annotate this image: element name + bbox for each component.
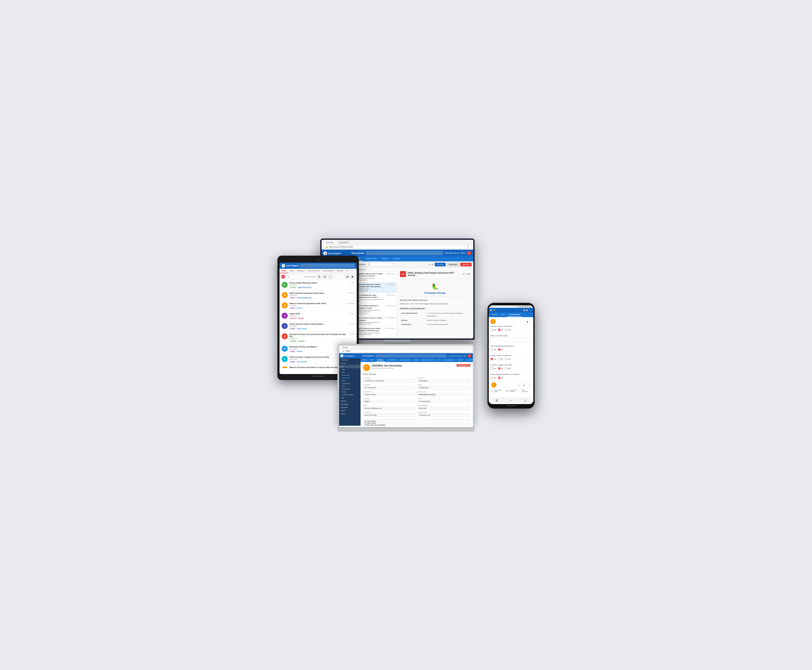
laptop-sidebar-timesheet[interactable]: Timesheet bbox=[339, 359, 361, 362]
laptop-sidebar-accounting[interactable]: Accounting bbox=[339, 374, 361, 377]
tablet-tab-details[interactable]: DETAILS bbox=[295, 269, 306, 273]
more-options-icon-btn[interactable]: ⋮ bbox=[527, 383, 531, 387]
tablet-tab-new[interactable]: NEW bbox=[288, 269, 295, 273]
laptop-tab-notes[interactable]: NOTES bbox=[412, 359, 420, 362]
laptop-sidebar-banking[interactable]: Banking bbox=[339, 399, 361, 403]
phone-radio-na-4[interactable]: N/a bbox=[505, 358, 510, 360]
laptop-address-field[interactable]: Jim Hernandez 57 Swan Street Gordon Park… bbox=[363, 419, 470, 426]
chevron-up-icon-btn[interactable]: ▲ bbox=[522, 383, 526, 387]
phone-radio-no-6[interactable]: No bbox=[498, 377, 503, 379]
remove-button[interactable]: REMOVE bbox=[460, 263, 472, 266]
forward-icon[interactable]: ▶ bbox=[526, 309, 528, 311]
laptop-tab-estate[interactable]: ESTATE bbox=[456, 359, 465, 362]
laptop-tab-relationship[interactable]: RELATIONSHIP bbox=[420, 359, 435, 362]
matter-item[interactable]: E Emery Estate Planning Advice 20220006 … bbox=[280, 280, 357, 290]
upload-button[interactable]: UPLOAD bbox=[435, 263, 446, 266]
phone-radio-no-4[interactable]: No bbox=[498, 358, 503, 360]
tablet-tab-notes[interactable]: NOTES bbox=[336, 269, 345, 273]
field-value[interactable]: HernandezWill bbox=[418, 400, 470, 403]
field-value[interactable]: jeremy113@gmail.com bbox=[363, 407, 416, 410]
laptop-sidebar-interested-parties[interactable]: Interested Parties bbox=[339, 393, 361, 396]
field-value[interactable]: Estate Planning bbox=[363, 413, 416, 417]
tab-trash[interactable]: TRASH bbox=[379, 257, 391, 261]
tablet-home-bar[interactable] bbox=[312, 376, 324, 377]
phone-radio-no-5[interactable]: No bbox=[498, 367, 503, 370]
tablet-grid-toggle[interactable]: ⊞ bbox=[322, 274, 327, 279]
laptop-sidebar-report[interactable]: Report bbox=[339, 412, 361, 415]
tablet-toolbar-search[interactable] bbox=[286, 275, 303, 278]
laptop-tab-new[interactable]: NEW bbox=[368, 359, 375, 362]
laptop-search-input[interactable] bbox=[375, 355, 446, 357]
phone-radio-na-5[interactable]: N/a bbox=[505, 367, 510, 370]
ownership-checkbox[interactable] bbox=[491, 389, 494, 392]
field-value[interactable]: Hernandez Jim bbox=[418, 413, 470, 417]
laptop-sidebar-admin[interactable]: Admin bbox=[339, 409, 361, 412]
matter-item[interactable]: J Jones General Advice Family Matters 20… bbox=[280, 321, 357, 332]
browser-tab-inactive[interactable]: New Tab bbox=[338, 240, 350, 244]
laptop-sidebar-new[interactable]: New bbox=[339, 371, 361, 374]
matter-item[interactable]: W Watson Financial Agreement with Jones … bbox=[280, 301, 357, 311]
laptop-sidebar-employee[interactable]: Employee bbox=[339, 406, 361, 409]
laptop-sidebar-udfs[interactable]: UDFs bbox=[339, 385, 361, 388]
laptop-user-avatar[interactable]: K bbox=[468, 354, 471, 357]
phone-radio-yes-5[interactable]: Yes bbox=[490, 367, 496, 370]
preview-action-icon[interactable]: 👁 bbox=[463, 273, 465, 275]
phone-radio-yes-6[interactable]: Yes bbox=[490, 377, 496, 379]
laptop-tab-udfs[interactable]: UDFS bbox=[435, 359, 442, 362]
matter-item[interactable]: S Smith Theft 20220003 Criminal Criminal… bbox=[280, 311, 357, 321]
tablet-prev-btn[interactable]: ◀ bbox=[345, 274, 349, 279]
tab-notes[interactable]: NOTES bbox=[391, 257, 403, 261]
tablet-tab-accounting[interactable]: ACCOUNTING bbox=[306, 269, 321, 273]
phone-radio-yes-4[interactable]: Yes bbox=[490, 358, 496, 360]
field-select[interactable]: Wills ▾ bbox=[363, 400, 416, 403]
laptop-sidebar-documents2[interactable]: Documents bbox=[339, 403, 361, 406]
laptop-tab-accounting[interactable]: ACCOUNTING bbox=[385, 359, 399, 362]
home-icon[interactable]: ⊞ bbox=[490, 309, 492, 311]
phone-home-indicator[interactable] bbox=[507, 405, 515, 406]
tablet-search-input[interactable] bbox=[300, 264, 355, 267]
reload-icon[interactable]: ↻ bbox=[468, 246, 469, 248]
laptop-sidebar-file[interactable]: File ▾ bbox=[339, 365, 361, 368]
laptop-tab-succession[interactable]: SUCCESSION bbox=[442, 359, 456, 362]
laptop-sidebar-trust[interactable]: Trust bbox=[339, 396, 361, 399]
user-avatar[interactable]: K bbox=[467, 251, 471, 255]
field-value[interactable]: Kelly Mills bbox=[418, 407, 470, 410]
laptop-sidebar-documents[interactable]: Documents bbox=[339, 377, 361, 379]
tablet-tab-documents[interactable]: DOCUMENTS bbox=[321, 269, 336, 273]
field-select[interactable]: Will/Estate Planning ▾ bbox=[418, 393, 470, 396]
more-icon[interactable]: ⋮ bbox=[530, 320, 532, 323]
back-triangle-icon[interactable]: ◁ bbox=[524, 399, 527, 402]
chevron-up-icon[interactable]: ▲ bbox=[527, 320, 528, 323]
laptop-sidebar-estate[interactable]: Estate bbox=[339, 391, 361, 393]
field-select[interactable]: Succession bbox=[418, 379, 470, 382]
phone-radio-no-1[interactable]: No bbox=[498, 328, 503, 331]
matter-item[interactable]: H Heranaj Purchase from Goran Purchase o… bbox=[280, 332, 357, 344]
laptop-address-bar[interactable]: 🔒 ud/file/9 bbox=[340, 349, 472, 352]
phone-tab-udfs[interactable]: UDFS bbox=[499, 313, 507, 317]
tab-templates[interactable]: TEMPLATES bbox=[363, 257, 379, 261]
laptop-sidebar-succession[interactable]: Succession bbox=[339, 388, 361, 391]
phone-radio-yes-3[interactable]: Yes bbox=[490, 348, 496, 351]
monitor-search-input[interactable] bbox=[366, 251, 443, 255]
phone-radio-yes-1[interactable]: Yes bbox=[490, 328, 496, 331]
laptop-sidebar-notes[interactable]: Notes bbox=[339, 379, 361, 382]
tablet-tab-more[interactable]: ▸ bbox=[345, 269, 349, 273]
laptop-tab-details[interactable]: DETAILS bbox=[376, 359, 385, 362]
tablet-tab-index[interactable]: INDEX bbox=[280, 269, 288, 273]
refresh-icon[interactable]: ↻ bbox=[432, 263, 434, 266]
phone-tab-succession[interactable]: SUCCESSION bbox=[507, 313, 522, 317]
laptop-sidebar-relationship[interactable]: Relationship bbox=[339, 382, 361, 385]
browser-tab-active[interactable]: Law Sup... bbox=[323, 240, 337, 244]
laptop-tab-active[interactable]: Law Sup... bbox=[340, 346, 351, 349]
windows-icon[interactable]: ⊞ bbox=[496, 399, 498, 402]
back-icon[interactable]: ◀ bbox=[523, 309, 525, 311]
field-value[interactable]: 0433663323 bbox=[418, 386, 470, 389]
laptop-sidebar-index[interactable]: Index bbox=[339, 368, 361, 371]
tablet-next-btn[interactable]: ▶ bbox=[350, 274, 355, 279]
laptop-tab-interested-parties[interactable]: INTERESTED PARTIES bbox=[465, 359, 473, 362]
field-value[interactable]: Jim Hernandez bbox=[363, 386, 416, 389]
preview-download-icon[interactable]: ⬇ bbox=[468, 273, 470, 275]
menu-icon[interactable]: ⋮ bbox=[530, 309, 532, 311]
phone-radio-no-3[interactable]: No bbox=[498, 348, 503, 351]
tablet-view-toggle[interactable]: ☰ bbox=[317, 274, 322, 279]
